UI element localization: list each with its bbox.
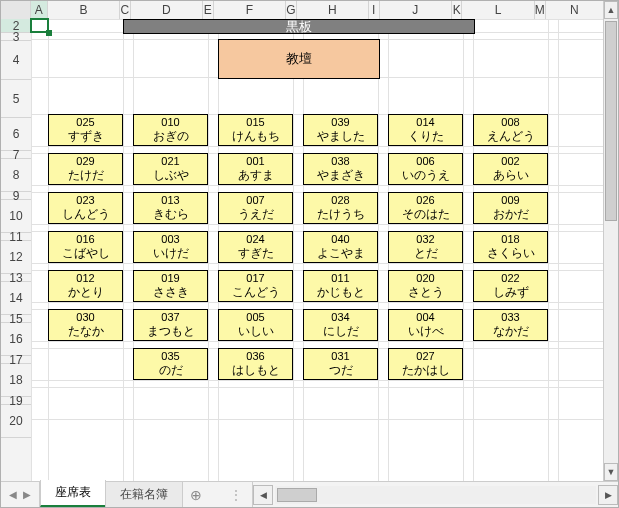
seat-011[interactable]: 011かじもと xyxy=(303,270,378,302)
select-all-corner[interactable] xyxy=(1,1,31,19)
seat-031[interactable]: 031つだ xyxy=(303,348,378,380)
seat-015[interactable]: 015けんもち xyxy=(218,114,293,146)
row-header-5[interactable]: 5 xyxy=(1,80,31,118)
row-header-7[interactable]: 7 xyxy=(1,151,31,159)
row-header-11[interactable]: 11 xyxy=(1,233,31,241)
row-header-10[interactable]: 10 xyxy=(1,200,31,233)
seat-012[interactable]: 012かとり xyxy=(48,270,123,302)
sheet-tab-1[interactable]: 在籍名簿 xyxy=(105,482,183,507)
vscroll-track[interactable] xyxy=(604,19,618,463)
col-header-J[interactable]: J xyxy=(380,1,452,19)
seat-013[interactable]: 013きむら xyxy=(133,192,208,224)
seat-008[interactable]: 008えんどう xyxy=(473,114,548,146)
seat-010[interactable]: 010おぎの xyxy=(133,114,208,146)
row-header-20[interactable]: 20 xyxy=(1,405,31,438)
seat-029[interactable]: 029たけだ xyxy=(48,153,123,185)
row-header-13[interactable]: 13 xyxy=(1,274,31,282)
vertical-scrollbar[interactable]: ▲ ▼ xyxy=(603,1,618,481)
seat-018[interactable]: 018さくらい xyxy=(473,231,548,263)
seat-032[interactable]: 032とだ xyxy=(388,231,463,263)
col-header-A[interactable]: A xyxy=(31,1,48,19)
row-header-15[interactable]: 15 xyxy=(1,315,31,323)
seat-002[interactable]: 002あらい xyxy=(473,153,548,185)
scroll-up-button[interactable]: ▲ xyxy=(604,1,618,19)
scroll-right-button[interactable]: ▶ xyxy=(598,485,618,505)
seat-id: 030 xyxy=(76,311,94,325)
tab-nav-prev-icon[interactable]: ◀ xyxy=(7,487,19,503)
add-sheet-button[interactable]: ⊕ xyxy=(182,482,210,507)
row-header-17[interactable]: 17 xyxy=(1,356,31,364)
col-header-B[interactable]: B xyxy=(48,1,120,19)
seat-028[interactable]: 028たけうち xyxy=(303,192,378,224)
seat-038[interactable]: 038やまざき xyxy=(303,153,378,185)
horizontal-scrollbar[interactable]: ◀ ▶ xyxy=(252,482,618,507)
seat-003[interactable]: 003いけだ xyxy=(133,231,208,263)
seat-026[interactable]: 026そのはた xyxy=(388,192,463,224)
col-header-N[interactable]: N xyxy=(546,1,604,19)
row-header-6[interactable]: 6 xyxy=(1,118,31,151)
seat-034[interactable]: 034にしだ xyxy=(303,309,378,341)
cells[interactable]: 黒板教壇025すずき010おぎの015けんもち039やました014くりた008え… xyxy=(31,19,604,481)
col-header-F[interactable]: F xyxy=(214,1,286,19)
col-header-K[interactable]: K xyxy=(452,1,463,19)
row-header-18[interactable]: 18 xyxy=(1,364,31,397)
seat-name: いけべ xyxy=(408,324,444,339)
seat-019[interactable]: 019ささき xyxy=(133,270,208,302)
sheet-tab-0[interactable]: 座席表 xyxy=(40,480,106,507)
seat-036[interactable]: 036はしもと xyxy=(218,348,293,380)
seat-030[interactable]: 030たなか xyxy=(48,309,123,341)
row-header-9[interactable]: 9 xyxy=(1,192,31,200)
seat-040[interactable]: 040よこやま xyxy=(303,231,378,263)
scroll-down-button[interactable]: ▼ xyxy=(604,463,618,481)
col-header-L[interactable]: L xyxy=(462,1,534,19)
seat-020[interactable]: 020さとう xyxy=(388,270,463,302)
seat-033[interactable]: 033なかだ xyxy=(473,309,548,341)
tab-strip: ◀ ▶ 座席表在籍名簿 ⊕ ⋮ ◀ ▶ xyxy=(1,481,618,507)
seat-024[interactable]: 024すぎた xyxy=(218,231,293,263)
seat-name: やました xyxy=(317,129,365,144)
col-header-E[interactable]: E xyxy=(203,1,214,19)
seat-id: 025 xyxy=(76,116,94,130)
seat-005[interactable]: 005いしい xyxy=(218,309,293,341)
seat-025[interactable]: 025すずき xyxy=(48,114,123,146)
col-header-C[interactable]: C xyxy=(120,1,131,19)
seat-name: うえだ xyxy=(238,207,274,222)
seat-name: たかはし xyxy=(402,363,450,378)
seat-id: 039 xyxy=(331,116,349,130)
row-header-14[interactable]: 14 xyxy=(1,282,31,315)
row-header-4[interactable]: 4 xyxy=(1,41,31,80)
seat-039[interactable]: 039やました xyxy=(303,114,378,146)
seat-035[interactable]: 035のだ xyxy=(133,348,208,380)
seat-022[interactable]: 022しみず xyxy=(473,270,548,302)
row-header-19[interactable]: 19 xyxy=(1,397,31,405)
scroll-left-button[interactable]: ◀ xyxy=(253,485,273,505)
col-header-I[interactable]: I xyxy=(369,1,380,19)
seat-007[interactable]: 007うえだ xyxy=(218,192,293,224)
tab-nav-next-icon[interactable]: ▶ xyxy=(21,487,33,503)
row-header-8[interactable]: 8 xyxy=(1,159,31,192)
col-header-H[interactable]: H xyxy=(297,1,369,19)
vscroll-thumb[interactable] xyxy=(605,21,617,221)
fill-handle[interactable] xyxy=(46,30,52,36)
row-header-12[interactable]: 12 xyxy=(1,241,31,274)
seat-027[interactable]: 027たかはし xyxy=(388,348,463,380)
seat-023[interactable]: 023しんどう xyxy=(48,192,123,224)
seat-006[interactable]: 006いのうえ xyxy=(388,153,463,185)
seat-009[interactable]: 009おかだ xyxy=(473,192,548,224)
hscroll-thumb[interactable] xyxy=(277,488,317,502)
col-header-M[interactable]: M xyxy=(535,1,546,19)
hscroll-track[interactable] xyxy=(275,486,596,504)
seat-021[interactable]: 021しぶや xyxy=(133,153,208,185)
row-header-16[interactable]: 16 xyxy=(1,323,31,356)
seat-016[interactable]: 016こばやし xyxy=(48,231,123,263)
row-header-3[interactable]: 3 xyxy=(1,33,31,41)
seat-017[interactable]: 017こんどう xyxy=(218,270,293,302)
seat-name: いのうえ xyxy=(402,168,450,183)
seat-014[interactable]: 014くりた xyxy=(388,114,463,146)
seat-004[interactable]: 004いけべ xyxy=(388,309,463,341)
col-header-D[interactable]: D xyxy=(131,1,203,19)
seat-001[interactable]: 001あすま xyxy=(218,153,293,185)
col-header-G[interactable]: G xyxy=(286,1,297,19)
seat-037[interactable]: 037まつもと xyxy=(133,309,208,341)
grid-area: ABCDEFGHIJKLMN 2345678910111213141516171… xyxy=(1,1,604,481)
